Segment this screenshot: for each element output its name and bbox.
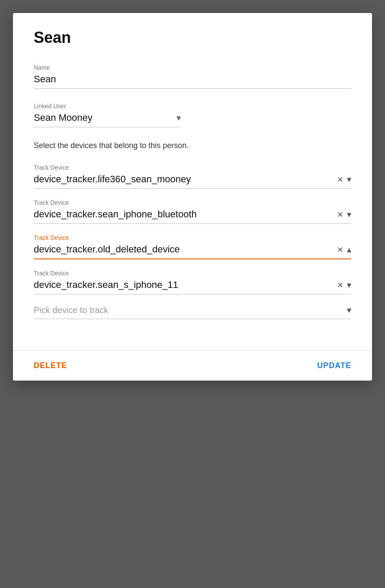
pick-device-dropdown[interactable]: Pick device to track (34, 305, 351, 319)
name-value[interactable]: Sean (34, 74, 351, 89)
track-device-field-1: Track Device device_tracker.life360_sean… (34, 164, 351, 189)
track-device-chevron-1[interactable] (347, 174, 351, 184)
update-button[interactable]: UPDATE (317, 361, 351, 370)
dialog-footer: DELETE UPDATE (13, 350, 372, 381)
track-device-icons-1 (337, 174, 351, 184)
track-device-icons-2 (337, 209, 351, 220)
pick-device-placeholder: Pick device to track (34, 305, 347, 315)
track-device-label-1: Track Device (34, 164, 351, 171)
track-device-clear-2[interactable] (337, 210, 343, 220)
track-device-icons-4 (337, 280, 351, 290)
track-device-clear-3[interactable] (337, 245, 343, 255)
overlay: Sean Name Sean Linked User Sean Mooney S… (0, 0, 385, 588)
track-device-value-1: device_tracker.life360_sean_mooney (34, 174, 337, 185)
track-device-value-2: device_tracker.sean_iphone_bluetooth (34, 209, 337, 220)
dialog-body: Sean Name Sean Linked User Sean Mooney S… (13, 13, 372, 350)
track-device-chevron-4[interactable] (347, 280, 351, 290)
delete-button[interactable]: DELETE (34, 361, 67, 370)
dialog: Sean Name Sean Linked User Sean Mooney S… (13, 13, 372, 381)
linked-user-label: Linked User (34, 103, 351, 110)
track-device-value-3: device_tracker.old_deleted_device (34, 244, 337, 255)
track-device-row-4: device_tracker.sean_s_iphone_11 (34, 279, 351, 294)
track-device-row-1: device_tracker.life360_sean_mooney (34, 174, 351, 189)
track-device-chevron-2[interactable] (347, 209, 351, 220)
pick-device-chevron-down-icon[interactable] (347, 305, 351, 315)
track-device-value-4: device_tracker.sean_s_iphone_11 (34, 279, 337, 291)
track-device-label-4: Track Device (34, 270, 351, 277)
select-hint-text: Select the devices that belong to this p… (34, 141, 351, 150)
track-device-clear-1[interactable] (337, 174, 343, 184)
linked-user-field-group: Linked User Sean Mooney (34, 103, 351, 127)
linked-user-value: Sean Mooney (34, 112, 173, 123)
dialog-title: Sean (34, 29, 351, 47)
track-device-label-2: Track Device (34, 199, 351, 206)
track-device-icons-3 (337, 244, 351, 255)
track-device-clear-4[interactable] (337, 280, 343, 290)
track-device-chevron-3[interactable] (347, 244, 351, 255)
track-device-row-2: device_tracker.sean_iphone_bluetooth (34, 209, 351, 224)
track-device-field-3: Track Device device_tracker.old_deleted_… (34, 234, 351, 259)
track-device-label-3: Track Device (34, 234, 351, 241)
track-device-row-3: device_tracker.old_deleted_device (34, 244, 351, 259)
track-device-field-4: Track Device device_tracker.sean_s_iphon… (34, 270, 351, 294)
track-device-field-2: Track Device device_tracker.sean_iphone_… (34, 199, 351, 224)
linked-user-dropdown[interactable]: Sean Mooney (34, 112, 181, 127)
linked-user-chevron-down-icon[interactable] (176, 113, 181, 123)
name-field-group: Name Sean (34, 64, 351, 89)
name-label: Name (34, 64, 351, 71)
